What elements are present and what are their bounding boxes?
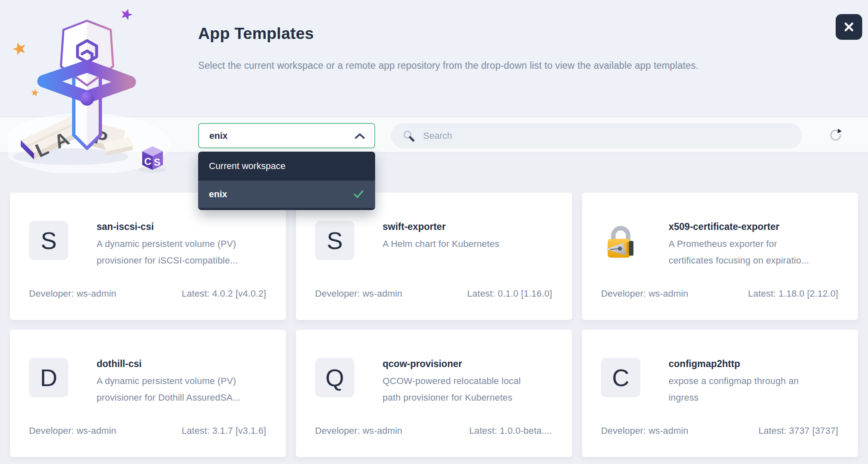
workspace-dropdown-menu: Current workspace enix	[198, 152, 375, 210]
app-latest-version: Latest: 3737 [3737]	[759, 425, 838, 436]
app-name: qcow-provisioner	[383, 358, 521, 370]
close-icon	[842, 20, 856, 34]
page-title: App Templates	[198, 24, 698, 43]
app-developer: Developer: ws-admin	[315, 425, 402, 436]
app-latest-version: Latest: 4.0.2 [v4.0.2]	[182, 288, 266, 299]
workspace-select-value: enix	[209, 130, 228, 141]
search-bar	[391, 123, 802, 148]
app-template-grid: S san-iscsi-csi A dynamic persistent vol…	[10, 193, 858, 457]
svg-text:C: C	[144, 156, 151, 167]
app-template-card[interactable]: Q qcow-provisioner QCOW-powered relocata…	[296, 330, 572, 457]
app-latest-version: Latest: 1.18.0 [2.12.0]	[748, 288, 838, 299]
app-latest-version: Latest: 0.1.0 [1.16.0]	[467, 288, 552, 299]
app-developer: Developer: ws-admin	[315, 288, 402, 299]
app-name: x509-certificate-exporter	[669, 221, 809, 232]
app-template-card[interactable]: x509-certificate-exporter A Prometheus e…	[582, 193, 858, 320]
app-description: A dynamic persistent volume (PV) provisi…	[97, 236, 238, 269]
header-text: App Templates Select the current workspa…	[198, 24, 698, 71]
app-template-card[interactable]: D dothill-csi A dynamic persistent volum…	[10, 330, 286, 457]
app-letter-icon: Q	[315, 358, 354, 397]
app-latest-version: Latest: 3.1.7 [v3.1.6]	[182, 425, 266, 436]
search-input[interactable]	[422, 130, 790, 142]
app-template-card[interactable]: C configmap2http expose a configmap thro…	[582, 330, 858, 457]
app-latest-version: Latest: 1.0.0-beta....	[469, 425, 552, 436]
app-letter-icon: C	[601, 358, 640, 397]
app-template-card[interactable]: S san-iscsi-csi A dynamic persistent vol…	[10, 193, 286, 320]
app-template-card[interactable]: S swift-exporter A Helm chart for Kubern…	[296, 193, 572, 320]
search-icon	[402, 130, 415, 142]
dropdown-option-current-workspace[interactable]: Current workspace	[198, 152, 375, 181]
app-description: A Helm chart for Kubernetes	[383, 236, 499, 252]
app-name: swift-exporter	[383, 221, 499, 232]
app-letter-icon: S	[29, 221, 68, 260]
app-name: configmap2http	[669, 358, 799, 370]
workspace-select[interactable]: enix	[198, 123, 375, 148]
lock-with-pen-icon	[601, 221, 640, 260]
refresh-button[interactable]	[826, 127, 846, 143]
dropdown-option-label: enix	[209, 189, 227, 200]
app-name: san-iscsi-csi	[97, 221, 238, 232]
app-templates-illustration: L A P C S	[8, 3, 170, 173]
close-button[interactable]	[836, 14, 862, 40]
app-name: dothill-csi	[97, 358, 240, 370]
refresh-icon	[828, 127, 843, 143]
app-developer: Developer: ws-admin	[601, 425, 688, 436]
app-letter-icon: S	[315, 221, 354, 260]
app-description: QCOW-powered relocatable local path prov…	[383, 373, 521, 406]
app-description: A Prometheus exporter for certificates f…	[669, 236, 809, 269]
app-description: expose a configmap through an ingress	[669, 373, 799, 406]
check-icon	[353, 189, 364, 199]
app-developer: Developer: ws-admin	[29, 425, 116, 436]
chevron-up-icon	[354, 133, 365, 139]
dropdown-option-label: Current workspace	[209, 161, 286, 172]
app-developer: Developer: ws-admin	[601, 288, 688, 299]
svg-text:S: S	[154, 157, 160, 168]
page-subtitle: Select the current workspace or a remote…	[198, 60, 698, 71]
dropdown-option-enix[interactable]: enix	[198, 181, 375, 208]
app-developer: Developer: ws-admin	[29, 288, 116, 299]
app-description: A dynamic persistent volume (PV) provisi…	[97, 373, 240, 406]
app-letter-icon: D	[29, 358, 68, 397]
